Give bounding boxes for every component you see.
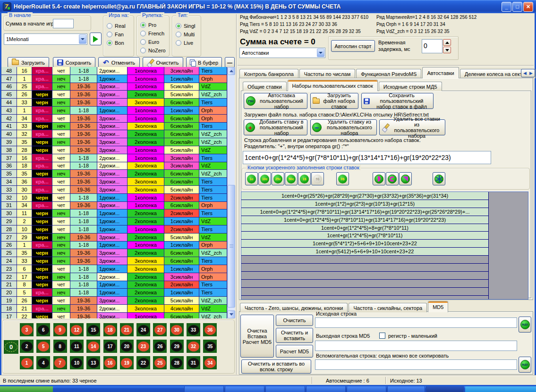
board-cell-31[interactable]: 31 xyxy=(187,356,200,369)
tab-scroll-buttons[interactable]: ◀▶ xyxy=(521,69,535,77)
table-row[interactable]: 4816кра...чет1-182дюжи...1колонка3сиклай… xyxy=(1,67,227,75)
board-cell-25[interactable]: 25 xyxy=(153,356,167,369)
board-cell-16[interactable]: 16 xyxy=(103,356,117,369)
table-row[interactable]: 4133черннеч19-363дюжи...3колонка6сиклайн… xyxy=(1,123,227,131)
board-cell-35[interactable]: 35 xyxy=(203,340,217,353)
quick-bet-button-star[interactable] xyxy=(433,172,445,185)
tab-main-1[interactable]: Частоты по числам xyxy=(299,69,355,78)
play-button[interactable] xyxy=(90,33,102,45)
board-cell-6[interactable]: 6 xyxy=(36,323,50,336)
board-cell-33[interactable]: 33 xyxy=(187,323,200,336)
taskbar-item[interactable] xyxy=(306,386,346,392)
delete-bet-button[interactable]: − Удалить ставку из пользовательского на… xyxy=(310,119,377,135)
save-set-button[interactable]: Сохранить пользовательский набор ставок … xyxy=(361,93,434,109)
table-row[interactable]: 3330кра...чет19-363дюжи...3колонка5сикла… xyxy=(1,186,227,194)
radio-roulette-pro[interactable]: Pro xyxy=(140,21,166,29)
autobet-set-button[interactable]: ПН Автоставка пользовательский набор xyxy=(244,93,307,109)
table-row[interactable]: 3935черннеч19-363дюжи...2колонка6сиклайн… xyxy=(1,138,227,146)
table-row[interactable]: 2433черннеч19-363дюжи...3колонка6сиклайн… xyxy=(1,257,227,265)
buffer-button[interactable]: В буфер xyxy=(186,57,222,68)
spins-scrollbar[interactable] xyxy=(227,67,235,318)
table-row[interactable]: 4625кра...неч19-363дюжи...1колонка5сикла… xyxy=(1,83,227,91)
scroll-up-icon[interactable] xyxy=(228,67,235,75)
board-cell-30[interactable]: 30 xyxy=(170,323,184,336)
table-row[interactable]: 2810чернчет1-181дюжи...1колонка2сиклайнT… xyxy=(1,225,227,234)
board-cell-3[interactable]: 3 xyxy=(20,323,34,336)
table-row[interactable]: 3716кра...чет1-182дюжи...1колонка3сиклай… xyxy=(1,154,227,162)
bet-list-item[interactable]: 1cent+gr(1*2*4*5)+gr(7*8*10*11) xyxy=(241,232,488,240)
profile-combo[interactable]: 1Melonati xyxy=(4,33,87,45)
scroll-down-icon[interactable] xyxy=(228,310,235,318)
add-bet-button[interactable]: + Добавить ставку в пользовательский наб… xyxy=(244,119,307,135)
board-cell-14[interactable]: 14 xyxy=(86,340,100,353)
quick-bet-button-shape-c[interactable] xyxy=(386,172,399,185)
table-row[interactable]: 261кра...неч1-181дюжи...1колонка1сиклайн… xyxy=(1,242,227,250)
md5-out-input[interactable] xyxy=(315,341,517,351)
table-row[interactable]: 3011черннеч1-181дюжи...2колонка2сиклайнT… xyxy=(1,209,227,217)
delay-spin-up[interactable] xyxy=(443,39,451,46)
table-row[interactable]: 1722чернчет19-363дюжи...1колонка6сиклайн… xyxy=(1,313,227,318)
taskbar-item-active[interactable] xyxy=(426,386,464,392)
combo-arrow-icon[interactable] xyxy=(317,49,324,57)
board-cell-2[interactable]: 2 xyxy=(20,340,34,353)
bet-list-item[interactable]: 1cent+0+gr(25*26)+gr(28*29)+gr(27*30)+gr… xyxy=(241,192,488,200)
board-cell-10[interactable]: 10 xyxy=(70,356,84,369)
scroll-thumb[interactable] xyxy=(228,185,235,308)
md5-run-button-1[interactable]: МД5 xyxy=(519,317,531,333)
radio-roulette-french[interactable]: French xyxy=(140,29,166,38)
taskbar-item[interactable] xyxy=(387,386,425,392)
table-row[interactable]: 218чернчет1-181дюжи...2колонка2сиклайнTi… xyxy=(1,281,227,289)
start-button[interactable] xyxy=(0,386,53,392)
table-row[interactable]: 4032кра...чет19-363дюжи...2колонка6сикла… xyxy=(1,130,227,138)
board-cell-27[interactable]: 27 xyxy=(153,323,167,336)
bet-string-input[interactable] xyxy=(243,151,491,164)
board-cell-24[interactable]: 24 xyxy=(136,323,150,336)
taskbar-item[interactable] xyxy=(184,386,224,392)
board-cell-9[interactable]: 9 xyxy=(53,323,67,336)
md5-source-input[interactable] xyxy=(315,317,517,328)
board-cell-11[interactable]: 11 xyxy=(70,340,84,353)
board-cell-32[interactable]: 32 xyxy=(187,340,200,353)
taskbar[interactable] xyxy=(0,386,536,392)
bet-list-item[interactable]: 1cent+0+gr(1*2*4*5)+gr(7*8*10*11)+gr(13*… xyxy=(241,208,488,216)
table-row[interactable]: 2535черннеч19-363дюжи...2колонка6сиклайн… xyxy=(1,249,227,257)
radio-roulette-nozero[interactable]: NoZero xyxy=(140,46,166,55)
quick-bet-button-5$[interactable]: 5$ xyxy=(311,172,324,185)
radio-game-fan[interactable]: Fan xyxy=(107,30,126,39)
quick-bet-button-shape-d[interactable] xyxy=(373,172,385,185)
bet-list-item[interactable]: 1cent+gr(5412)+5+6+9+10+10cent+23+22 xyxy=(241,248,488,256)
md5-run-button-2[interactable]: МД5 xyxy=(519,357,531,373)
taskbar-item[interactable] xyxy=(265,386,305,392)
board-cell-12[interactable]: 12 xyxy=(70,323,84,336)
quick-bet-button-1$[interactable]: 1$ xyxy=(298,172,311,185)
board-cell-4[interactable]: 4 xyxy=(36,356,50,369)
table-row[interactable]: 292чернчет1-181дюжи...2колонка1сиклайнVd… xyxy=(1,217,227,225)
tab-scroll-left-icon[interactable]: ◀ xyxy=(523,71,527,75)
combo-arrow-icon[interactable] xyxy=(79,34,86,44)
md5-calc-button[interactable]: Расчет MD5 xyxy=(276,345,313,358)
delay-input[interactable]: 0 xyxy=(422,39,442,53)
quick-bet-button-0$[interactable]: 0$ xyxy=(336,172,349,185)
board-cell-13[interactable]: 13 xyxy=(86,356,100,369)
table-row[interactable]: 3134кра...чет19-363дюжи...1колонка6сикла… xyxy=(1,202,227,210)
board-cell-7[interactable]: 7 xyxy=(53,356,67,369)
md5-aux-input[interactable] xyxy=(315,359,517,370)
board-cell-21[interactable]: 21 xyxy=(120,323,134,336)
tab-main-0[interactable]: Контроль банкролла xyxy=(239,69,298,78)
table-row[interactable]: 4526чернчет19-363дюжи...2колонка5сиклайн… xyxy=(1,91,227,99)
load-button[interactable]: Загрузить xyxy=(8,57,49,68)
board-zero-cell[interactable]: 0 xyxy=(4,340,18,354)
board-cell-34[interactable]: 34 xyxy=(203,356,217,369)
radio-game-bon[interactable]: Bon xyxy=(107,39,126,47)
md5-clear-paste-aux-button[interactable]: Очистить и вставить во вспом. строку xyxy=(241,359,311,374)
radio-type-live[interactable]: Live xyxy=(176,39,195,47)
tab-bottom-1[interactable]: Частота - сиклайны, сектора xyxy=(349,303,427,312)
load-set-button[interactable]: Загрузить файл набора ставок xyxy=(310,93,358,109)
taskbar-item[interactable] xyxy=(347,386,386,392)
quick-bet-button-shape-t[interactable] xyxy=(399,172,412,185)
bet-list-item[interactable]: 1cent+0+gr(1*2*4*5)+gr(7*8*10*11)+gr(13*… xyxy=(241,216,488,224)
board-cell-17[interactable]: 17 xyxy=(103,340,117,353)
clear-button[interactable]: Очистить xyxy=(143,57,183,68)
md5-big-button[interactable]: Очистка Вставка Расчет MD5 xyxy=(240,315,274,358)
table-row[interactable]: 1926чернчет19-363дюжи...2колонка5сиклайн… xyxy=(1,297,227,305)
